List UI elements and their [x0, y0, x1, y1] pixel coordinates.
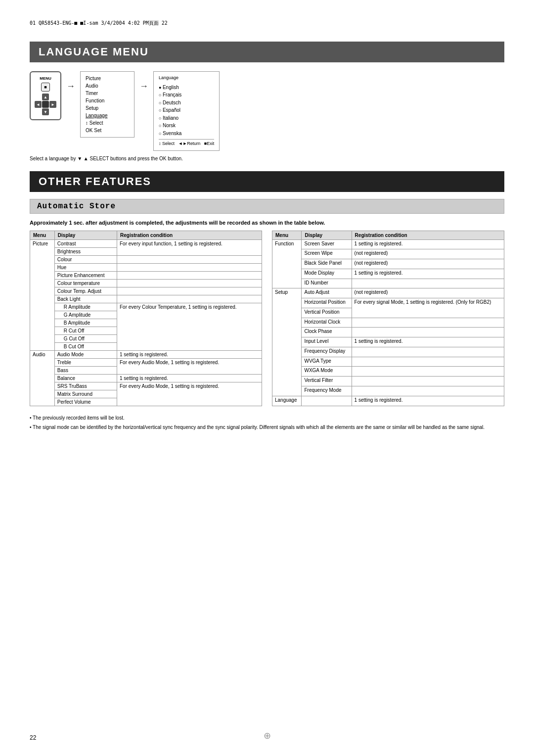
display-horizontal-position: Horizontal Position [302, 298, 352, 308]
left-table: Menu Display Registration condition Pict… [30, 231, 262, 406]
page: 01 QR58543-ENG-■ ■I-sam 3/4/2004 4:02 PM… [0, 0, 534, 756]
display-bass: Bass [54, 366, 117, 374]
display-id-number: ID Number [302, 279, 352, 288]
left-header-condition: Registration condition [117, 231, 262, 239]
lang-swedish: Svenska [159, 130, 214, 138]
table-row: Screen Wipe (not registered) [272, 249, 504, 259]
table-row: WVGA Type [272, 357, 504, 367]
menu-item-setup: Setup [86, 104, 129, 112]
display-language [302, 396, 352, 406]
display-g-amplitude: G Amplitude [54, 311, 117, 319]
lang-german: Deutsch [159, 99, 214, 107]
cond-input-level: 1 setting is registered. [352, 337, 504, 347]
display-picture-enhancement: Picture Enhancement [54, 271, 117, 279]
menu-select-hint: ↕ Select [86, 119, 129, 127]
table-row: Mode Display 1 setting is registered. [272, 269, 504, 279]
display-input-level: Input Level [302, 337, 352, 347]
menu-item-audio: Audio [86, 82, 129, 90]
table-row: Clock Phase [272, 328, 504, 337]
lang-french: Français [159, 91, 214, 99]
display-clock-phase: Clock Phase [302, 328, 352, 337]
lang-box-title: Language [159, 75, 214, 82]
display-colour-temp-adjust: Colour Temp. Adjust [54, 287, 117, 295]
display-contrast: Contrast [54, 239, 117, 247]
menu-item-language: Language [86, 112, 129, 119]
menu-item-function: Function [86, 97, 129, 104]
other-features-section: OTHER FEATURES Automatic Store Approxima… [30, 171, 504, 431]
table-row: Colour [30, 255, 262, 263]
remote-control-icon: MENU ■ ▲ ◄ ► ▼ [30, 71, 61, 120]
cond-empty [117, 279, 262, 287]
right-arrow-icon: ► [49, 101, 56, 108]
cond-screen-wipe: (not registered) [352, 249, 504, 259]
table-row: Picture Contrast For every input functio… [30, 239, 262, 247]
other-features-title: OTHER FEATURES [30, 171, 504, 192]
display-horizontal-clock: Horizontal Clock [302, 318, 352, 328]
display-treble: Treble [54, 358, 117, 366]
left-header-display: Display [54, 231, 117, 239]
cond-empty [117, 287, 262, 295]
display-colour-temp: Colour temperature [54, 279, 117, 287]
display-g-cut-off: G Cut Off [54, 334, 117, 342]
table-row: R Amplitude For every Colour Temperature… [30, 303, 262, 311]
display-wvga-type: WVGA Type [302, 357, 352, 367]
cond-empty [352, 386, 504, 396]
table-row: Input Level 1 setting is registered. [272, 337, 504, 347]
left-arrow-icon: ◄ [35, 101, 42, 108]
table-row: Language 1 setting is registered. [272, 396, 504, 406]
display-brightness: Brightness [54, 247, 117, 255]
cond-empty [117, 271, 262, 279]
lang-italian: Italiano [159, 114, 214, 122]
menu-cell-setup: Setup [272, 288, 302, 396]
menu-cell-function: Function [272, 239, 302, 288]
display-screen-wipe: Screen Wipe [302, 249, 352, 259]
table-row: Frequency Mode [272, 386, 504, 396]
display-r-cut-off: R Cut Off [54, 327, 117, 334]
display-frequency-display: Frequency Display [302, 347, 352, 357]
table-row: Vertical Filter [272, 377, 504, 386]
left-header-menu: Menu [30, 231, 55, 239]
display-b-amplitude: B Amplitude [54, 319, 117, 327]
cond-empty [117, 295, 262, 303]
display-b-cut-off: B Cut Off [54, 342, 117, 350]
table-row: Colour temperature [30, 279, 262, 287]
up-arrow-icon: ▲ [42, 94, 49, 100]
table-row: Back Light [30, 295, 262, 303]
table-row: Treble For every Audio Mode, 1 setting i… [30, 358, 262, 366]
table-row: Picture Enhancement [30, 271, 262, 279]
lang-spanish: Español [159, 106, 214, 114]
display-perfect-volume: Perfect Volume [54, 398, 117, 406]
display-back-light: Back Light [54, 295, 117, 303]
right-header-condition: Registration condition [352, 231, 504, 239]
display-audio-mode: Audio Mode [54, 350, 117, 358]
table-row: Audio Audio Mode 1 setting is registered… [30, 350, 262, 358]
menu-cell-picture: Picture [30, 239, 55, 350]
display-frequency-mode: Frequency Mode [302, 386, 352, 396]
cond-empty [352, 357, 504, 367]
display-wxga-mode: WXGA Mode [302, 367, 352, 377]
table-row: Frequency Display [272, 347, 504, 357]
menu-box: Picture Audio Timer Function Setup Langu… [80, 71, 134, 138]
auto-store-tables: Menu Display Registration condition Pict… [30, 231, 504, 406]
page-number: 22 [30, 734, 36, 741]
table-row: Function Screen Saver 1 setting is regis… [272, 239, 504, 249]
cond-mode-display: 1 setting is registered. [352, 269, 504, 279]
cond-audio-mode-3: For every Audio Mode, 1 setting is regis… [117, 382, 262, 406]
display-black-side-panel: Black Side Panel [302, 259, 352, 269]
table-row: SRS TruBass For every Audio Mode, 1 sett… [30, 382, 262, 390]
language-menu-section: LANGUAGE MENU MENU ■ ▲ ◄ ► ▼ → [30, 42, 504, 161]
cond-empty [352, 347, 504, 357]
arrow-1: → [66, 71, 75, 92]
table-row: Hue [30, 263, 262, 271]
display-vertical-filter: Vertical Filter [302, 377, 352, 386]
center-cross-icon: ⊕ [264, 730, 271, 741]
cond-empty [352, 328, 504, 337]
down-arrow-icon: ▼ [42, 108, 49, 115]
ok-button-icon [42, 101, 49, 108]
menu-item-timer: Timer [86, 90, 129, 97]
menu-set-hint: OK Set [86, 127, 129, 134]
cond-balance: 1 setting is registered. [117, 374, 262, 382]
cond-empty [352, 318, 504, 328]
cond-empty [117, 263, 262, 271]
table-row: Horizontal Clock [272, 318, 504, 328]
